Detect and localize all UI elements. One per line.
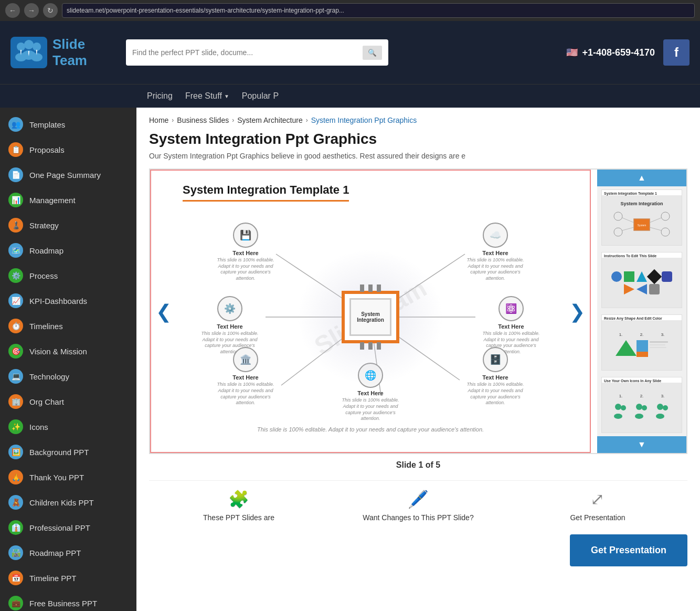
- sidebar-item-templates[interactable]: 👥 Templates: [0, 112, 136, 137]
- svg-rect-33: [650, 344, 665, 345]
- sidebar-item-strategy[interactable]: ♟️ Strategy: [0, 213, 136, 238]
- svg-point-44: [621, 405, 626, 410]
- svg-text:2.: 2.: [640, 394, 644, 398]
- node-desc-0: This slide is 100% editable. Adapt it to…: [214, 257, 277, 282]
- phone-info: 🇺🇸 +1-408-659-4170: [566, 47, 655, 58]
- prev-slide-button[interactable]: ❮: [153, 301, 174, 322]
- sidebar-item-roadmap-ppt[interactable]: 🛣️ Roadmap PPT: [0, 540, 136, 565]
- sidebar-label-one-page-summary: One Page Summary: [29, 171, 101, 180]
- icons-icon: ✨: [8, 419, 23, 434]
- refresh-button[interactable]: ↻: [43, 3, 58, 18]
- sidebar-item-professional-ppt[interactable]: 👔 Professional PPT: [0, 515, 136, 540]
- sidebar-item-technology[interactable]: 💻 Technology: [0, 364, 136, 389]
- sidebar-item-icons[interactable]: ✨ Icons: [0, 414, 136, 439]
- thumb-scroll-down[interactable]: ▼: [597, 436, 686, 453]
- connector-pin-3: [377, 285, 381, 292]
- shape-arrow-right: [624, 284, 634, 294]
- svg-point-0: [17, 43, 25, 51]
- templates-icon: 👥: [8, 117, 23, 132]
- nav-popular[interactable]: Popular P: [242, 91, 279, 101]
- svg-text:System: System: [638, 224, 646, 227]
- breadcrumb-home[interactable]: Home: [149, 116, 168, 124]
- connector-pin-5: [368, 342, 373, 350]
- sidebar-label-management: Management: [29, 196, 76, 205]
- roadmap-icon: 🗺️: [8, 243, 23, 258]
- feature-item-0: 🧩 These PPT Slides are: [158, 489, 320, 522]
- svg-text:1.: 1.: [619, 332, 623, 337]
- slide-title: System Integration Template 1: [183, 183, 349, 202]
- sidebar-item-one-page-summary[interactable]: 📄 One Page Summary: [0, 162, 136, 187]
- sidebar-item-timeline-ppt[interactable]: 📅 Timeline PPT: [0, 565, 136, 591]
- sidebar-label-vision-mission: Vision & Mission: [29, 347, 87, 356]
- sidebar-item-free-business-ppt[interactable]: 💼 Free Business PPT: [0, 591, 136, 611]
- svg-line-22: [622, 218, 634, 223]
- breadcrumb-sep-2: ›: [232, 117, 234, 124]
- back-button[interactable]: ←: [5, 3, 20, 18]
- vision-icon: 🎯: [8, 344, 23, 359]
- search-button[interactable]: 🔍: [363, 46, 382, 60]
- thumb-title-2: Instructions To Edit This Slide: [602, 252, 682, 258]
- thumbnail-1[interactable]: System Integration Template 1 System Int…: [601, 189, 682, 246]
- kpi-icon: 📈: [8, 293, 23, 308]
- feature-item-2: ⤢ Get Presentation: [517, 489, 678, 522]
- sidebar-item-children-kids-ppt[interactable]: 🧸 Children Kids PPT: [0, 490, 136, 515]
- feature-text-1: Want Changes to This PPT Slide?: [363, 513, 473, 522]
- svg-text:3.: 3.: [661, 394, 665, 398]
- feature-text-2: Get Presentation: [570, 513, 625, 522]
- sidebar-label-templates: Templates: [29, 120, 65, 129]
- shape-square: [624, 271, 634, 282]
- thumb-scroll-up[interactable]: ▲: [597, 170, 686, 186]
- sidebar-item-background-ppt[interactable]: 🖼️ Background PPT: [0, 439, 136, 465]
- url-text: slideteam.net/powerpoint-presentation-es…: [67, 7, 344, 14]
- thumb-title-3: Resize Any Shape And Edit Color: [602, 315, 682, 320]
- nav-free-stuff[interactable]: Free Stuff ▼: [185, 91, 229, 101]
- chip-connectors-top: [360, 285, 381, 292]
- svg-point-20: [614, 228, 622, 236]
- svg-point-43: [656, 414, 664, 419]
- sidebar-label-proposals: Proposals: [29, 145, 65, 154]
- page-title: System Integration Ppt Graphics: [149, 131, 687, 148]
- bottom-features: 🧩 These PPT Slides are 🖊️ Want Changes t…: [149, 480, 687, 526]
- sidebar-item-process[interactable]: ⚙️ Process: [0, 263, 136, 288]
- node-title-4: Text Here: [214, 374, 277, 381]
- feature-item-1: 🖊️ Want Changes to This PPT Slide?: [337, 489, 499, 522]
- sidebar-item-thank-you-ppt[interactable]: 🙏 Thank You PPT: [0, 465, 136, 490]
- breadcrumb-system-architecture[interactable]: System Architecture: [237, 116, 303, 124]
- search-input[interactable]: [132, 48, 358, 57]
- thumb-preview-1: System Integration System: [602, 195, 682, 245]
- thumb-preview-3: 1. 2. 3.: [602, 320, 682, 370]
- get-presentation-button[interactable]: Get Presentation: [570, 534, 687, 566]
- facebook-button[interactable]: f: [663, 39, 690, 66]
- sidebar-item-proposals[interactable]: 📋 Proposals: [0, 137, 136, 162]
- get-presentation-area: Get Presentation: [149, 526, 687, 571]
- center-chip: System Integration: [342, 291, 399, 343]
- sidebar-label-process: Process: [29, 271, 58, 280]
- nav-pricing[interactable]: Pricing: [147, 91, 173, 101]
- diagram-area: SlideTeam: [183, 212, 558, 422]
- node-title-6: Text Here: [464, 374, 527, 381]
- thumbnail-3[interactable]: Resize Any Shape And Edit Color 1. 2. 3.: [601, 314, 682, 371]
- sidebar-item-vision-mission[interactable]: 🎯 Vision & Mission: [0, 339, 136, 364]
- sidebar-item-timelines[interactable]: ⏱️ Timelines: [0, 313, 136, 339]
- browser-bar: ← → ↻ slideteam.net/powerpoint-presentat…: [0, 0, 700, 21]
- main-slide: ❮ ❯ System Integration Template 1 SlideT…: [150, 170, 591, 453]
- node-title-3: Text Here: [480, 323, 543, 330]
- thumbnail-4[interactable]: Use Your Own Icons In Any Slide 1. 2. 3.: [601, 377, 682, 433]
- sidebar-label-background-ppt: Background PPT: [29, 448, 89, 457]
- sidebar-label-roadmap: Roadmap: [29, 246, 63, 255]
- sidebar-item-kpi-dashboards[interactable]: 📈 KPI-Dashboards: [0, 288, 136, 313]
- next-slide-button[interactable]: ❯: [567, 301, 588, 322]
- svg-rect-31: [637, 352, 648, 357]
- breadcrumb-business-slides[interactable]: Business Slides: [177, 116, 229, 124]
- connector-pin-1: [360, 285, 364, 292]
- sidebar-item-roadmap[interactable]: 🗺️ Roadmap: [0, 238, 136, 263]
- url-bar[interactable]: slideteam.net/powerpoint-presentation-es…: [62, 3, 695, 18]
- svg-text:1.: 1.: [619, 394, 623, 398]
- svg-text:3.: 3.: [661, 332, 665, 337]
- diagram-node-6: 🗄️ Text Here This slide is 100% editable…: [464, 347, 527, 406]
- forward-button[interactable]: →: [24, 3, 39, 18]
- thumbnail-2[interactable]: Instructions To Edit This Slide: [601, 252, 682, 308]
- sidebar-item-org-chart[interactable]: 🏢 Org Chart: [0, 389, 136, 414]
- thank-you-icon: 🙏: [8, 470, 23, 484]
- sidebar-item-management[interactable]: 📊 Management: [0, 187, 136, 213]
